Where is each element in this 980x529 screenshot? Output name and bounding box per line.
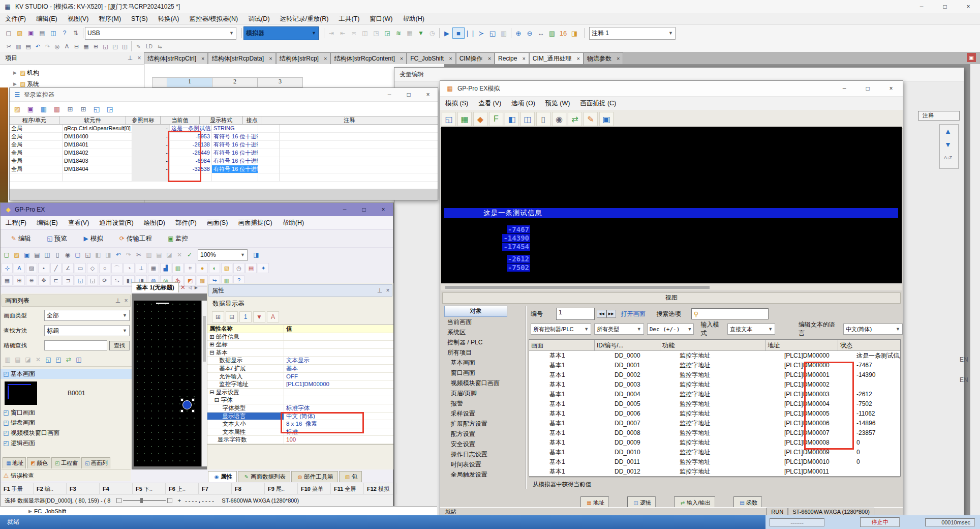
copy-icon[interactable]: ▥	[144, 250, 154, 260]
panel-close-icon[interactable]: ×	[135, 53, 144, 63]
sim-table-row[interactable]: 基本1 DD_0006 监控字地址 [PLC1]DM00005 -11062	[529, 409, 900, 419]
panel-close-icon[interactable]: ×	[384, 285, 392, 296]
fkey-button[interactable]: F9尾..	[265, 483, 298, 494]
select-tool-icon[interactable]: ⊹	[2, 263, 13, 273]
screen-type-combo[interactable]: 全部▼	[44, 310, 130, 321]
convert-icon[interactable]: ⇄	[64, 355, 74, 365]
usb-monitor-icon[interactable]: ◱	[91, 104, 102, 114]
device-comment-icon[interactable]: ▥	[546, 28, 558, 38]
minimize-button[interactable]: –	[380, 89, 399, 100]
zoom-tool-icon[interactable]: ⊕	[26, 275, 37, 285]
mode-button[interactable]: ⟳ 传输工程	[112, 231, 158, 246]
project-tree-item-jigou[interactable]: ▶ ▨ 机构	[13, 68, 144, 78]
delete-icon[interactable]: ✕	[33, 355, 43, 365]
kv-menu-item[interactable]: 运转记录/重放(R)	[275, 13, 334, 25]
kv-menu-item[interactable]: 编辑(E)	[31, 13, 63, 25]
document-tab[interactable]: CIM_通用处理 ×	[529, 52, 584, 65]
kv-menu-item[interactable]: ST(S)	[126, 14, 153, 24]
pause-icon[interactable]: ❘❘	[465, 28, 476, 38]
document-tab[interactable]: 结构体[strRcpData] ×	[208, 52, 275, 65]
chevron-right-icon[interactable]: ▶	[28, 509, 32, 514]
sim-table-row[interactable]: 基本1 DD_0003 监控字地址 [PLC1]DM00002	[529, 380, 900, 390]
preview-icon[interactable]: ◫	[42, 250, 52, 260]
property-row[interactable]: 文本属性 标准	[207, 428, 393, 436]
sim-table-row[interactable]: 基本1 DD_0001 监控字地址 [PLC1]DM00000 -7467	[529, 361, 900, 370]
monitor-icon[interactable]: ▣	[599, 112, 614, 126]
dock-tab[interactable]: ◰ 工程窗	[51, 457, 80, 468]
run-icon[interactable]: ▶	[441, 28, 452, 38]
property-row[interactable]: ⊟ 字体	[207, 396, 393, 404]
mode-button[interactable]: ✎ 编辑	[4, 231, 37, 246]
object-tree-item[interactable]: 系统区	[444, 327, 526, 337]
maximize-button[interactable]: □	[399, 89, 418, 100]
input-mode-combo[interactable]: 直接文本▼	[727, 324, 775, 335]
transfer-from-plc-icon[interactable]: ⇤	[337, 28, 348, 38]
maximize-button[interactable]: □	[354, 204, 374, 215]
polyline-tool-icon[interactable]: ∠	[63, 263, 74, 273]
open-icon[interactable]: ▨	[12, 250, 22, 260]
preview-icon[interactable]: ◱	[43, 355, 53, 365]
pin-icon[interactable]: ⊥	[376, 285, 384, 296]
sim-menu-item[interactable]: 画面捕捉 (C)	[575, 98, 621, 109]
property-row[interactable]: 数据显示 文本显示	[207, 357, 393, 365]
controller-filter-combo[interactable]: 所有控制器/PLC▼	[531, 324, 591, 335]
zoom-in-icon[interactable]: ⊕	[513, 28, 524, 38]
property-row[interactable]: 文本大小 8 x 16 像素	[207, 420, 393, 428]
watch-icon[interactable]: ◆	[473, 112, 487, 126]
address-view-icon[interactable]: ▦	[457, 112, 472, 126]
capture-icon[interactable]: ◉	[63, 250, 73, 260]
tab-close-icon[interactable]: ×	[449, 55, 452, 62]
arc-tool-icon[interactable]: ⌒	[111, 263, 122, 273]
property-row[interactable]: 允许输入 OFF	[207, 373, 393, 381]
text-tool-icon[interactable]: A	[14, 263, 25, 273]
dock-tab[interactable]: ◱ 画面列	[81, 457, 110, 468]
line-tool-icon[interactable]: ╱	[50, 263, 62, 273]
open-screen-link[interactable]: 打开画面	[621, 310, 646, 318]
new-icon[interactable]: ▢	[2, 250, 12, 260]
panel-close-icon[interactable]: ×	[122, 296, 130, 306]
tree-item-fcjobshift[interactable]: FC_JobShift	[34, 508, 66, 514]
move-down-icon[interactable]: ▼	[940, 138, 956, 151]
circle-tool-icon[interactable]: ○	[99, 263, 110, 273]
fkey-button[interactable]: F5下..	[133, 483, 166, 494]
find-device-icon[interactable]: A	[62, 41, 72, 51]
ladder-convert-icon[interactable]: ⇆	[155, 41, 165, 51]
copy-screen-icon[interactable]: ◱	[83, 250, 93, 260]
gppro-menu-item[interactable]: 画面捕捉(C)	[233, 217, 277, 229]
document-tab[interactable]: FC_JobShift ×	[407, 52, 455, 65]
gppro-bottom-tab[interactable]: ◍ 部件工具箱	[291, 471, 338, 482]
sim-table-row[interactable]: 基本1 DD_0004 监控字地址 [PLC1]DM00003 -2612	[529, 390, 900, 399]
pie-tool-icon[interactable]: ◔	[124, 263, 135, 273]
screens-icon[interactable]: ◰	[53, 355, 64, 365]
grid-toggle-icon[interactable]: ▦	[2, 275, 13, 285]
fit-width-icon[interactable]: ↔	[535, 28, 546, 38]
minimize-button[interactable]: –	[833, 81, 856, 96]
object-tree-item[interactable]: 时间表设置	[444, 459, 526, 469]
grid-col-1[interactable]: 1	[167, 77, 212, 87]
compare-icon[interactable]: ≋	[393, 28, 404, 38]
polygon-tool-icon[interactable]: ◇	[87, 263, 98, 273]
gppro-menu-item[interactable]: 绘图(D)	[139, 217, 170, 229]
watch-row[interactable]: 全局 DM18400 - -5953 有符号 16 位十进制数	[10, 133, 438, 141]
watch-row[interactable]: 全局 DM18403 - -6984 有符号 16 位十进制数	[10, 157, 438, 165]
sim-table-row[interactable]: 基本1 DD_0010 监控字地址 [PLC1]DM00009 0	[529, 448, 900, 457]
mirror-icon[interactable]: ⇋	[111, 275, 122, 285]
help-icon[interactable]: ?	[59, 28, 70, 38]
gppro-menu-item[interactable]: 通用设置(R)	[94, 217, 138, 229]
sim-monitor-icon[interactable]: ◲	[104, 104, 115, 114]
screen-group-basic[interactable]: ◰ 基本画面	[1, 369, 132, 379]
sim-table-row[interactable]: 基本1 DD_0005 监控字地址 [PLC1]DM00004 -7502	[529, 399, 900, 409]
error-check-tab[interactable]: ⚠ 错误检查	[2, 469, 131, 481]
object-tree-item[interactable]: 基本画面	[444, 358, 526, 368]
pen-icon[interactable]: ✎	[584, 112, 598, 126]
capture-icon[interactable]: ◨	[569, 28, 580, 38]
tab-close-icon[interactable]: ×	[201, 55, 204, 62]
search-options-label[interactable]: 搜索选项	[657, 310, 681, 318]
gppro-bottom-tab[interactable]: ◉ 属性	[208, 471, 237, 482]
grid-col-3[interactable]: 3	[258, 77, 303, 87]
gppro-bottom-tab[interactable]: ▧ 包	[339, 471, 362, 482]
open-icon[interactable]: ▨	[12, 104, 23, 114]
ungroup-icon[interactable]: ◲	[87, 275, 98, 285]
screen-next-button[interactable]: ▶▶	[606, 310, 616, 318]
move-up-icon[interactable]: ▲	[940, 125, 956, 138]
